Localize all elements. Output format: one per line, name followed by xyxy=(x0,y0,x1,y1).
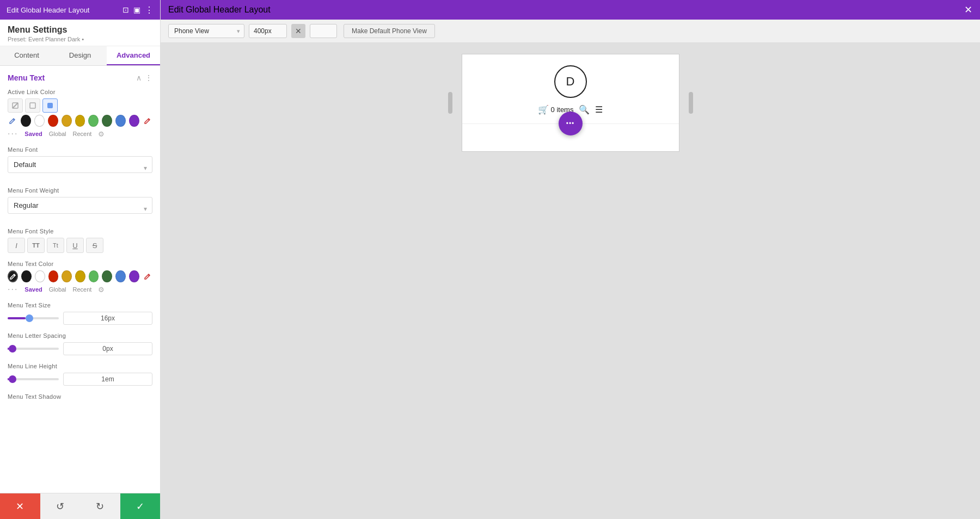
menu-text-size-group: Menu Text Size xyxy=(8,302,152,325)
color-tab-saved[interactable]: Saved xyxy=(24,131,42,137)
split-icon[interactable]: ▣ xyxy=(133,5,140,14)
italic-btn[interactable]: I xyxy=(8,238,25,253)
view-select[interactable]: Phone View Tablet View Desktop View xyxy=(168,24,244,38)
text-color-tab-recent[interactable]: Recent xyxy=(73,286,92,293)
active-link-color-group: Active Link Color xyxy=(8,89,152,139)
text-color-dark-yellow[interactable] xyxy=(75,270,85,282)
sidebar-bottom-bar: ✕ ↺ ↻ ✓ xyxy=(0,493,160,519)
text-color-dots[interactable]: ··· xyxy=(8,285,18,294)
active-link-swatch-row xyxy=(8,98,152,113)
color-dark-green[interactable] xyxy=(102,115,112,127)
section-title: Menu Text xyxy=(8,73,45,82)
uppercase-btn[interactable]: TT xyxy=(27,238,45,253)
underline-btn[interactable]: U xyxy=(66,238,84,253)
preview-frame: D 🛒 0 items 🔍 ☰ xyxy=(462,54,679,152)
slider-thumb[interactable] xyxy=(26,314,33,322)
menu-font-style-label: Menu Font Style xyxy=(8,228,152,234)
pencil-tool-icon[interactable] xyxy=(8,115,17,127)
color-dark-yellow[interactable] xyxy=(75,115,85,127)
px-input[interactable] xyxy=(249,24,287,38)
sidebar-title-text: Edit Global Header Layout xyxy=(7,6,89,14)
collapse-icon[interactable]: ∧ xyxy=(136,73,142,82)
color-green[interactable] xyxy=(88,115,99,127)
text-color-tab-saved[interactable]: Saved xyxy=(24,286,42,293)
cancel-button[interactable]: ✕ xyxy=(0,493,40,519)
color-tab-recent[interactable]: Recent xyxy=(73,131,92,137)
color-tab-global[interactable]: Global xyxy=(49,131,66,137)
menu-text-size-slider-row xyxy=(8,312,152,325)
menu-text-size-slider[interactable] xyxy=(8,317,59,319)
text-color-black[interactable] xyxy=(21,270,32,282)
text-color-green[interactable] xyxy=(89,270,99,282)
clear-px-button[interactable]: ✕ xyxy=(291,24,305,38)
menu-text-color-row xyxy=(8,270,152,282)
menu-font-select[interactable]: Default xyxy=(8,156,152,173)
minimize-icon[interactable]: ⊡ xyxy=(122,5,129,14)
sidebar-title-icons: ⊡ ▣ ⋮ xyxy=(122,5,154,15)
preset-label[interactable]: Preset: Event Planner Dark • xyxy=(8,36,152,42)
color-white[interactable] xyxy=(34,115,45,127)
text-color-tabs-row: ··· Saved Global Recent ⚙ xyxy=(8,285,152,294)
strikethrough-btn[interactable]: S xyxy=(86,238,103,253)
menu-line-height-group: Menu Line Height xyxy=(8,363,152,386)
color-red[interactable] xyxy=(48,115,58,127)
tab-content[interactable]: Content xyxy=(0,46,53,65)
section-more-icon[interactable]: ⋮ xyxy=(145,73,152,82)
more-icon[interactable]: ⋮ xyxy=(145,5,154,15)
text-color-tab-global[interactable]: Global xyxy=(49,286,66,293)
redo-button[interactable]: ↻ xyxy=(80,493,120,519)
swatch-color-btn[interactable] xyxy=(42,98,58,113)
canvas-wrapper: D 🛒 0 items 🔍 ☰ xyxy=(462,54,679,152)
menu-text-size-input[interactable] xyxy=(63,312,152,325)
swatch-border-btn[interactable] xyxy=(25,98,40,113)
slider-fill xyxy=(8,317,26,319)
resize-handle-left[interactable] xyxy=(448,92,452,114)
active-link-color-label: Active Link Color xyxy=(8,89,152,95)
menu-letter-spacing-slider[interactable] xyxy=(8,348,59,350)
sidebar-title-bar: Edit Global Header Layout ⊡ ▣ ⋮ xyxy=(0,0,160,20)
text-color-red[interactable] xyxy=(48,270,59,282)
fab-button[interactable]: ••• xyxy=(559,112,583,135)
swatch-none-btn[interactable] xyxy=(8,98,23,113)
search-icon: 🔍 xyxy=(579,105,590,114)
text-color-blue[interactable] xyxy=(115,270,126,282)
section-controls: ∧ ⋮ xyxy=(136,73,152,82)
sidebar: Edit Global Header Layout ⊡ ▣ ⋮ Menu Set… xyxy=(0,0,161,519)
pencil-red-icon[interactable] xyxy=(143,115,152,127)
make-default-phone-view-button[interactable]: Make Default Phone View xyxy=(344,24,435,38)
menu-text-shadow-group: Menu Text Shadow xyxy=(8,393,152,400)
color-purple[interactable] xyxy=(129,115,139,127)
menu-line-height-slider[interactable] xyxy=(8,378,59,380)
capitalize-btn[interactable]: Tt xyxy=(47,238,64,253)
menu-letter-spacing-input[interactable] xyxy=(63,342,152,355)
top-bar-title: Edit Global Header Layout xyxy=(168,5,271,15)
color-dots[interactable]: ··· xyxy=(8,129,18,139)
text-color-pencil-icon[interactable] xyxy=(8,270,18,282)
close-button[interactable]: ✕ xyxy=(964,5,972,15)
menu-font-weight-select[interactable]: Regular xyxy=(8,197,152,214)
letter-slider-thumb[interactable] xyxy=(9,345,16,353)
tab-advanced[interactable]: Advanced xyxy=(107,46,160,65)
hamburger-icon: ☰ xyxy=(595,105,603,114)
tab-design[interactable]: Design xyxy=(53,46,107,65)
top-bar: Edit Global Header Layout ✕ xyxy=(161,0,980,20)
color-settings-icon[interactable]: ⚙ xyxy=(98,130,105,138)
resize-handle-right[interactable] xyxy=(689,92,693,114)
color-black[interactable] xyxy=(21,115,31,127)
color-blue[interactable] xyxy=(115,115,126,127)
text-color-white[interactable] xyxy=(35,270,45,282)
line-height-slider-thumb[interactable] xyxy=(9,375,16,383)
undo-button[interactable]: ↺ xyxy=(40,493,81,519)
color-yellow[interactable] xyxy=(62,115,72,127)
text-color-settings-icon[interactable]: ⚙ xyxy=(98,286,105,294)
menu-font-weight-group: Menu Font Weight Regular xyxy=(8,187,152,220)
color-fill-icon xyxy=(47,103,53,108)
menu-font-style-group: Menu Font Style I TT Tt U S xyxy=(8,228,152,253)
confirm-button[interactable]: ✓ xyxy=(120,493,161,519)
expand-input[interactable] xyxy=(310,24,337,38)
text-color-pencil-red-icon[interactable] xyxy=(143,270,152,282)
text-color-dark-green[interactable] xyxy=(102,270,112,282)
menu-line-height-input[interactable] xyxy=(63,373,152,386)
text-color-yellow[interactable] xyxy=(62,270,72,282)
text-color-purple[interactable] xyxy=(129,270,139,282)
